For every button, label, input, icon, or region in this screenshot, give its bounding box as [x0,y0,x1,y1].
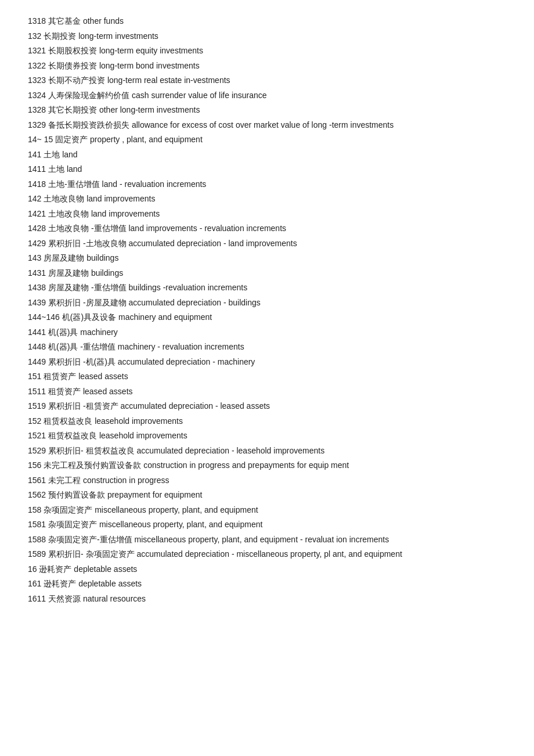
list-item: 152 租赁权益改良 leasehold improvements [28,414,506,429]
list-item: 161 逊耗资产 depletable assets [28,577,506,591]
list-item: 1521 租赁权益改良 leasehold improvements [28,429,506,443]
list-item: 142 土地改良物 land improvements [28,192,506,206]
list-item: 1438 房屋及建物 -重估增值 buildings -revaluation … [28,280,506,295]
list-item: 1318 其它基金 other funds [28,14,506,28]
list-item: 132 长期投资 long-term investments [28,29,506,44]
list-item: 1581 杂项固定资产 miscellaneous property, plan… [28,517,506,532]
list-item: 1439 累积折旧 -房屋及建物 accumulated depreciatio… [28,296,506,310]
list-item: 1328 其它长期投资 other long-term investments [28,103,506,117]
list-item: 1519 累积折旧 -租赁资产 accumulated depreciation… [28,399,506,413]
content-list: 1318 其它基金 other funds132 长期投资 long-term … [28,14,506,606]
list-item: 1323 长期不动产投资 long-term real estate in-ve… [28,73,506,88]
list-item: 16 逊耗资产 depletable assets [28,562,506,577]
list-item: 1561 未完工程 construction in progress [28,473,506,488]
list-item: 1529 累积折旧- 租赁权益改良 accumulated depreciati… [28,444,506,458]
list-item: 1329 备抵长期投资跌价损失 allowance for excess of … [28,118,506,132]
list-item: 1449 累积折旧 -机(器)具 accumulated depreciatio… [28,355,506,369]
list-item: 143 房屋及建物 buildings [28,251,506,265]
list-item: 1589 累积折旧- 杂项固定资产 accumulated depreciati… [28,547,506,561]
list-item: 141 土地 land [28,147,506,162]
list-item: 1429 累积折旧 -土地改良物 accumulated depreciatio… [28,236,506,251]
list-item: 1411 土地 land [28,162,506,177]
list-item: 1441 机(器)具 machinery [28,325,506,340]
list-item: 1321 长期股权投资 long-term equity investments [28,44,506,58]
list-item: 1562 预付购置设备款 prepayment for equipment [28,488,506,502]
list-item: 1421 土地改良物 land improvements [28,207,506,221]
list-item: 1611 天然资源 natural resources [28,592,506,606]
list-item: 151 租赁资产 leased assets [28,369,506,384]
list-item: 1431 房屋及建物 buildings [28,266,506,280]
list-item: 1324 人寿保险现金解约价值 cash surrender value of … [28,88,506,103]
list-item: 1588 杂项固定资产-重估增值 miscellaneous property,… [28,532,506,547]
list-item: 156 未完工程及预付购置设备款 construction in progres… [28,458,506,473]
list-item: 158 杂项固定资产 miscellaneous property, plant… [28,503,506,517]
list-item: 1511 租赁资产 leased assets [28,384,506,399]
list-item: 1322 长期债券投资 long-term bond investments [28,59,506,73]
list-item: 1448 机(器)具 -重估增值 machinery - revaluation… [28,340,506,354]
list-item: 14~ 15 固定资产 property , plant, and equipm… [28,132,506,147]
list-item: 144~146 机(器)具及设备 machinery and equipment [28,310,506,325]
list-item: 1428 土地改良物 -重估增值 land improvements - rev… [28,221,506,236]
list-item: 1418 土地-重估增值 land - revaluation incremen… [28,177,506,192]
